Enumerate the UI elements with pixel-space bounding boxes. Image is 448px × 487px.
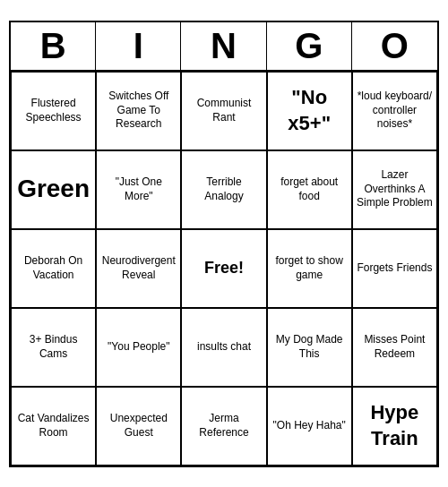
bingo-cell-15[interactable]: 3+ Bindus Cams [11,308,96,387]
bingo-cell-10[interactable]: Deborah On Vacation [11,229,96,308]
bingo-cell-12[interactable]: Free! [181,229,266,308]
bingo-header: BINGO [11,22,437,72]
bingo-letter-o: O [352,22,437,70]
bingo-card: BINGO Flustered SpeechlessSwitches Off G… [9,21,439,467]
bingo-cell-1[interactable]: Switches Off Game To Research [96,72,181,150]
bingo-cell-22[interactable]: Jerma Reference [181,387,266,466]
bingo-cell-23[interactable]: "Oh Hey Haha" [267,387,352,466]
bingo-cell-18[interactable]: My Dog Made This [267,308,352,387]
bingo-cell-21[interactable]: Unexpected Guest [96,387,181,466]
bingo-cell-9[interactable]: Lazer Overthinks A Simple Problem [352,150,437,229]
bingo-cell-24[interactable]: Hype Train [352,387,437,466]
bingo-cell-16[interactable]: "You People" [96,308,181,387]
bingo-cell-11[interactable]: Neurodivergent Reveal [96,229,181,308]
bingo-letter-g: G [267,22,352,70]
bingo-cell-8[interactable]: forget about food [267,150,352,229]
bingo-cell-14[interactable]: Forgets Friends [352,229,437,308]
bingo-letter-n: N [181,22,266,70]
bingo-letter-i: I [96,22,181,70]
bingo-cell-5[interactable]: Green [11,150,96,229]
bingo-cell-2[interactable]: Communist Rant [181,72,266,150]
bingo-cell-4[interactable]: *loud keyboard/ controller noises* [352,72,437,150]
bingo-cell-20[interactable]: Cat Vandalizes Room [11,387,96,466]
bingo-cell-0[interactable]: Flustered Speechless [11,72,96,150]
bingo-letter-b: B [11,22,96,70]
bingo-cell-19[interactable]: Misses Point Redeem [352,308,437,387]
bingo-cell-3[interactable]: "No x5+" [267,72,352,150]
bingo-cell-17[interactable]: insults chat [181,308,266,387]
bingo-cell-6[interactable]: "Just One More" [96,150,181,229]
bingo-cell-13[interactable]: forget to show game [267,229,352,308]
bingo-cell-7[interactable]: Terrible Analogy [181,150,266,229]
bingo-grid: Flustered SpeechlessSwitches Off Game To… [11,72,437,466]
